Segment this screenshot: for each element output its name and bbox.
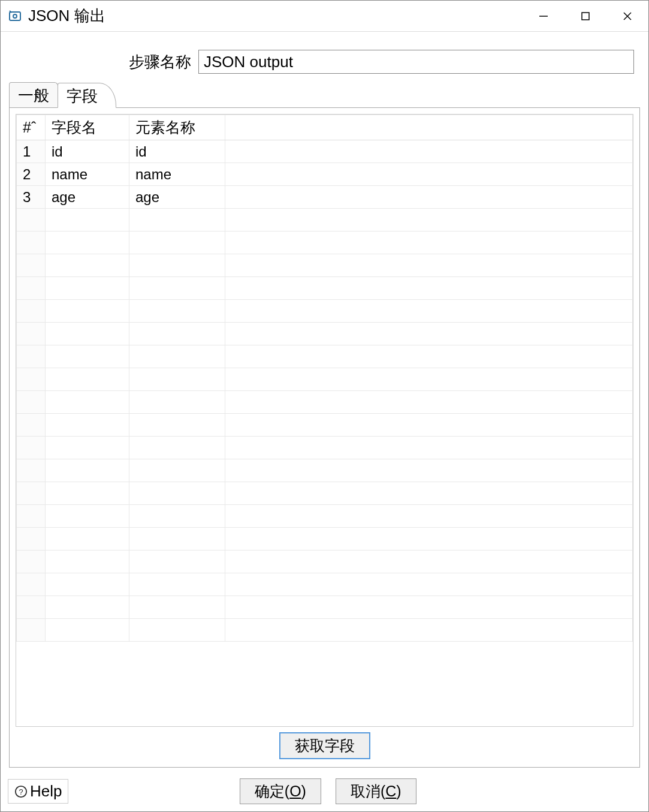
- svg-rect-0: [10, 12, 20, 20]
- get-fields-button[interactable]: 获取字段: [280, 733, 370, 759]
- table-row-empty[interactable]: [17, 551, 633, 573]
- help-icon: ?: [14, 785, 28, 798]
- grid-cell-fieldname[interactable]: age: [46, 186, 129, 209]
- step-name-label: 步骤名称: [129, 52, 191, 73]
- app-icon: [8, 9, 22, 23]
- table-row-empty[interactable]: [17, 482, 633, 505]
- grid-cell-elementname[interactable]: id: [129, 140, 225, 163]
- minimize-button[interactable]: [523, 1, 565, 31]
- close-icon: [621, 10, 633, 22]
- grid-header-spacer: [225, 115, 633, 140]
- grid-cell-elementname[interactable]: name: [129, 163, 225, 186]
- table-row-empty[interactable]: [17, 231, 633, 254]
- content-area: 步骤名称 一般 字段 #ˆ 字段名 元素名称: [1, 32, 648, 772]
- fields-grid[interactable]: #ˆ 字段名 元素名称 1 id id 2: [16, 114, 633, 727]
- table-row-empty[interactable]: [17, 573, 633, 596]
- grid-cell-spacer[interactable]: [225, 186, 633, 209]
- grid-cell-fieldname[interactable]: id: [46, 140, 129, 163]
- close-button[interactable]: [606, 1, 648, 31]
- step-name-row: 步骤名称: [5, 32, 644, 82]
- ok-button[interactable]: 确定(O): [240, 778, 321, 804]
- table-row-empty[interactable]: [17, 619, 633, 642]
- table-row-empty[interactable]: [17, 300, 633, 323]
- table-row-empty[interactable]: [17, 368, 633, 391]
- tab-general[interactable]: 一般: [9, 82, 58, 107]
- table-row-empty[interactable]: [17, 209, 633, 231]
- grid-header-num[interactable]: #ˆ: [17, 115, 46, 140]
- table-row-empty[interactable]: [17, 459, 633, 482]
- grid-cell-elementname[interactable]: age: [129, 186, 225, 209]
- grid-header-elementname[interactable]: 元素名称: [129, 115, 225, 140]
- tab-content-fields: #ˆ 字段名 元素名称 1 id id 2: [9, 107, 640, 768]
- grid-cell-spacer[interactable]: [225, 140, 633, 163]
- get-fields-row: 获取字段: [16, 727, 633, 761]
- grid-cell-num[interactable]: 1: [17, 140, 46, 163]
- footer: ? Help 确定(O) 取消(C): [1, 772, 648, 811]
- grid-header-fieldname[interactable]: 字段名: [46, 115, 129, 140]
- svg-rect-3: [582, 13, 589, 20]
- minimize-icon: [538, 10, 550, 22]
- table-row[interactable]: 1 id id: [17, 140, 633, 163]
- grid-header-row: #ˆ 字段名 元素名称: [17, 115, 633, 140]
- table-row[interactable]: 3 age age: [17, 186, 633, 209]
- tab-fields[interactable]: 字段: [58, 83, 116, 108]
- table-row-empty[interactable]: [17, 437, 633, 459]
- grid-cell-fieldname[interactable]: name: [46, 163, 129, 186]
- help-button[interactable]: ? Help: [8, 779, 68, 804]
- cancel-button[interactable]: 取消(C): [336, 778, 416, 804]
- table-row-empty[interactable]: [17, 528, 633, 551]
- table-row-empty[interactable]: [17, 596, 633, 619]
- tabs-header: 一般 字段: [9, 82, 640, 107]
- step-name-input[interactable]: [198, 50, 634, 74]
- footer-buttons: 确定(O) 取消(C): [80, 778, 575, 804]
- grid-cell-spacer[interactable]: [225, 163, 633, 186]
- table-row-empty[interactable]: [17, 254, 633, 277]
- table-row[interactable]: 2 name name: [17, 163, 633, 186]
- svg-text:?: ?: [19, 787, 23, 796]
- table-row-empty[interactable]: [17, 414, 633, 437]
- table-row-empty[interactable]: [17, 323, 633, 345]
- svg-point-1: [13, 14, 17, 18]
- tabs-container: 一般 字段 #ˆ 字段名 元素名称 1 id: [5, 82, 644, 768]
- table-row-empty[interactable]: [17, 345, 633, 368]
- maximize-icon: [579, 10, 591, 22]
- grid-cell-num[interactable]: 2: [17, 163, 46, 186]
- maximize-button[interactable]: [565, 1, 606, 31]
- window-controls: [523, 1, 648, 31]
- grid-cell-num[interactable]: 3: [17, 186, 46, 209]
- table-row-empty[interactable]: [17, 391, 633, 414]
- help-label: Help: [30, 782, 62, 801]
- table-row-empty[interactable]: [17, 505, 633, 528]
- dialog-window: JSON 输出 步骤名称 一般 字段: [0, 0, 649, 812]
- table-row-empty[interactable]: [17, 277, 633, 300]
- titlebar: JSON 输出: [1, 1, 648, 32]
- window-title: JSON 输出: [28, 5, 105, 26]
